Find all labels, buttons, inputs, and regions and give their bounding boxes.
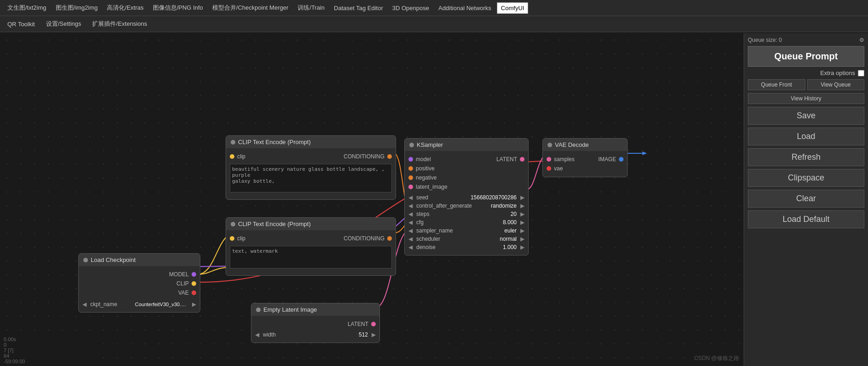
ks-model-label: model bbox=[416, 156, 431, 163]
refresh-button[interactable]: Refresh bbox=[748, 148, 864, 166]
ks-port-latent: latent_image bbox=[408, 182, 524, 192]
clear-button[interactable]: Clear bbox=[748, 190, 864, 208]
ks-sampler-label: sampler_name bbox=[414, 227, 502, 234]
nav-extensions[interactable]: 扩展插件/Extensions bbox=[88, 18, 151, 30]
ks-control-arrow-right[interactable]: ▶ bbox=[520, 203, 524, 209]
ks-cfg-arrow-right[interactable]: ▶ bbox=[520, 219, 524, 226]
node-dot-ks bbox=[409, 143, 414, 147]
clip-in-label: clip bbox=[237, 153, 245, 160]
nav-3d-openpose[interactable]: 3D Openpose bbox=[389, 3, 433, 13]
ks-scheduler-arrow-left[interactable]: ◀ bbox=[408, 236, 413, 242]
latent-width-arrow-left[interactable]: ◀ bbox=[255, 331, 259, 338]
ks-steps-value: 20 bbox=[511, 211, 518, 217]
ks-sampler-value: euler bbox=[504, 227, 518, 234]
nav-row2: QR Toolkit 设置/Settings 扩展插件/Extensions bbox=[0, 16, 868, 32]
ks-sampler-arrow-left[interactable]: ◀ bbox=[408, 227, 413, 234]
ks-steps-label: steps bbox=[414, 211, 509, 217]
vae-label: VAE bbox=[178, 290, 189, 296]
ks-port-pos-left: positive bbox=[408, 165, 435, 172]
ks-steps-arrow-left[interactable]: ◀ bbox=[408, 211, 413, 217]
positive-prompt-textarea[interactable]: beautiful scenery nature glass bottle la… bbox=[230, 164, 392, 192]
latent-width-value: 512 bbox=[359, 331, 370, 338]
ks-seed-arrow-left[interactable]: ◀ bbox=[408, 194, 413, 201]
clip-label: CLIP bbox=[176, 280, 189, 287]
canvas-area[interactable]: Load Checkpoint MODEL CLIP VAE bbox=[0, 33, 744, 366]
node-vae-decode: VAE Decode samples IMAGE vae bbox=[542, 138, 628, 177]
view-history-button[interactable]: View History bbox=[748, 93, 864, 104]
status-val1: 0 bbox=[4, 342, 88, 348]
port-dot-clip-neg-in bbox=[230, 236, 234, 241]
nav-txt2img[interactable]: 文生图/txt2img bbox=[4, 2, 50, 14]
port-dot-vae bbox=[192, 290, 196, 295]
ks-port-negative: negative bbox=[408, 173, 524, 182]
node-load-checkpoint-body: MODEL CLIP VAE ◀ ckpt_name bbox=[79, 266, 200, 312]
node-clip-neg-title: CLIP Text Encode (Prompt) bbox=[238, 221, 311, 227]
ks-control-arrow-left[interactable]: ◀ bbox=[408, 203, 413, 209]
latent-port-out: LATENT bbox=[255, 320, 376, 329]
nav-train[interactable]: 训练/Train bbox=[294, 2, 328, 14]
ks-seed-row: ◀ seed 156680208700286 ▶ bbox=[408, 193, 524, 202]
neg-conditioning-label: CONDITIONING bbox=[344, 235, 384, 242]
ckpt-row: ◀ ckpt_name CounterfeitV30_v30.safetenso… bbox=[82, 300, 196, 308]
ks-sampler-arrow-right[interactable]: ▶ bbox=[520, 227, 524, 234]
queue-size-label: Queue size: 0 bbox=[748, 37, 782, 43]
ks-cfg-value: 8.000 bbox=[503, 219, 518, 226]
nav-checkpoint-merger[interactable]: 模型合并/Checkpoint Merger bbox=[209, 2, 292, 14]
nav-comfyui[interactable]: ComfyUI bbox=[497, 2, 529, 14]
ckpt-arrow-left[interactable]: ◀ bbox=[82, 301, 87, 308]
latent-width-row: ◀ width 512 ▶ bbox=[255, 331, 376, 339]
credit-text: CSDN @修炼之路 bbox=[694, 354, 739, 362]
vae-samples-left: samples bbox=[547, 156, 575, 163]
ks-denoise-arrow-left[interactable]: ◀ bbox=[408, 244, 413, 250]
ckpt-name-value: CounterfeitV30_v30.safetensors bbox=[135, 302, 190, 307]
node-clip-negative-body: clip CONDITIONING text, watermark bbox=[226, 230, 396, 275]
node-empty-latent-body: LATENT ◀ width 512 ▶ bbox=[251, 316, 379, 343]
negative-prompt-textarea[interactable]: text, watermark bbox=[230, 246, 392, 268]
save-button[interactable]: Save bbox=[748, 107, 864, 125]
settings-gear-icon[interactable]: ⚙ bbox=[859, 37, 864, 43]
nav-qr-toolkit[interactable]: QR Toolkit bbox=[4, 19, 39, 29]
node-empty-latent-header: Empty Latent Image bbox=[251, 303, 379, 316]
node-title: Load Checkpoint bbox=[91, 256, 136, 263]
ks-cfg-label: cfg bbox=[414, 219, 501, 226]
node-load-checkpoint-header: Load Checkpoint bbox=[79, 254, 200, 266]
nav-settings[interactable]: 设置/Settings bbox=[42, 18, 85, 30]
nav-dataset-tag[interactable]: Dataset Tag Editor bbox=[330, 3, 387, 13]
conditioning-label: CONDITIONING bbox=[344, 153, 384, 160]
extra-options-row: Extra options bbox=[748, 70, 864, 76]
clipspace-button[interactable]: Clipspace bbox=[748, 169, 864, 187]
port-model: MODEL bbox=[82, 270, 196, 279]
node-clip-negative-header: CLIP Text Encode (Prompt) bbox=[226, 218, 396, 230]
svg-marker-0 bbox=[642, 151, 647, 155]
nav-extras[interactable]: 高清化/Extras bbox=[103, 2, 147, 14]
ks-cfg-arrow-left[interactable]: ◀ bbox=[408, 219, 413, 226]
status-val3: 64 bbox=[4, 353, 88, 359]
node-vae-title: VAE Decode bbox=[555, 141, 588, 148]
nav-additional-networks[interactable]: Additional Networks bbox=[435, 3, 495, 13]
port-vae: VAE bbox=[82, 288, 196, 297]
load-default-button[interactable]: Load Default bbox=[748, 210, 864, 228]
vae-vae-label: vae bbox=[554, 165, 563, 172]
latent-width-arrow-right[interactable]: ▶ bbox=[372, 331, 376, 338]
ks-port-positive: positive bbox=[408, 164, 524, 173]
ckpt-arrow-right[interactable]: ▶ bbox=[192, 301, 196, 308]
view-queue-button[interactable]: View Queue bbox=[807, 79, 865, 90]
queue-prompt-button[interactable]: Queue Prompt bbox=[748, 46, 864, 67]
ks-seed-label: seed bbox=[414, 194, 469, 201]
load-button[interactable]: Load bbox=[748, 128, 864, 145]
ks-seed-arrow-right[interactable]: ▶ bbox=[520, 194, 524, 201]
ks-scheduler-arrow-right[interactable]: ▶ bbox=[520, 236, 524, 242]
ks-steps-arrow-right[interactable]: ▶ bbox=[520, 211, 524, 217]
nav-img2img[interactable]: 图生图/img2img bbox=[52, 2, 102, 14]
latent-width-label: width bbox=[261, 331, 357, 338]
queue-front-button[interactable]: Queue Front bbox=[748, 79, 805, 90]
ks-negative-label: negative bbox=[416, 174, 437, 181]
extra-options-checkbox[interactable] bbox=[858, 70, 864, 76]
port-dot-model bbox=[192, 272, 196, 277]
ks-denoise-arrow-right[interactable]: ▶ bbox=[520, 244, 524, 250]
vae-image-label: IMAGE bbox=[598, 156, 616, 163]
nav-row1: 文生图/txt2img 图生图/img2img 高清化/Extras 图像信息/… bbox=[0, 0, 868, 16]
node-ksampler-header: KSampler bbox=[405, 139, 528, 151]
nav-pnginfo[interactable]: 图像信息/PNG Info bbox=[149, 2, 207, 14]
port-clip-left: clip bbox=[230, 153, 245, 160]
